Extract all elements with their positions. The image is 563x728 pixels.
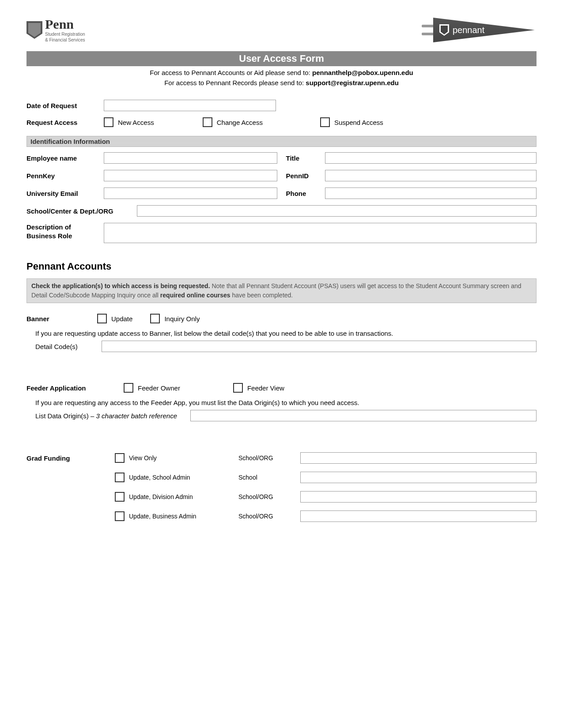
pennant-note: Check the application(s) to which access…: [26, 278, 537, 303]
detail-codes-label: Detail Code(s): [35, 343, 97, 350]
logo-penn-text: Penn: [45, 18, 85, 31]
grad-viewonly-label: View Only: [129, 454, 157, 462]
grad-viewonly-school-org-input[interactable]: [300, 452, 537, 464]
flag-text: pennant: [453, 25, 484, 35]
new-access-checkbox[interactable]: [104, 117, 113, 127]
flag-pole-icon: [422, 33, 435, 35]
feeder-view-checkbox[interactable]: [233, 383, 243, 393]
pennkey-label: PennKey: [26, 172, 99, 180]
employee-name-input[interactable]: [104, 152, 277, 164]
grad-funding-label: Grad Funding: [26, 454, 115, 462]
pennant-logo: pennant: [422, 18, 537, 42]
banner-instruction: If you are requesting update access to B…: [35, 330, 537, 337]
grad-update-business-checkbox[interactable]: [115, 511, 125, 521]
grad-business-school-org-input[interactable]: [300, 510, 537, 522]
employee-name-label: Employee name: [26, 154, 99, 162]
detail-codes-input[interactable]: [102, 341, 537, 352]
pennkey-input[interactable]: [104, 170, 277, 181]
banner-inquiry-label: Inquiry Only: [164, 315, 200, 323]
university-email-input[interactable]: [104, 188, 277, 199]
flag-pole-icon: [422, 25, 435, 27]
suspend-access-label: Suspend Access: [334, 119, 383, 126]
grad-update-division-checkbox[interactable]: [115, 492, 125, 502]
pennant-accounts-heading: Pennant Accounts: [26, 261, 537, 272]
shield-icon: [26, 21, 42, 39]
feeder-application-label: Feeder Application: [26, 384, 119, 392]
grad-school-label: School: [238, 474, 300, 481]
pennid-input[interactable]: [325, 170, 537, 181]
phone-input[interactable]: [325, 188, 537, 199]
intro-line-2: For access to Pennant Records please sen…: [26, 79, 537, 86]
penn-logo: Penn Student Registration & Financial Se…: [26, 18, 85, 42]
grad-update-school-label: Update, School Admin: [129, 474, 190, 481]
date-of-request-label: Date of Request: [26, 102, 99, 109]
feeder-owner-label: Feeder Owner: [138, 384, 180, 392]
grad-business-school-org-label: School/ORG: [238, 513, 300, 520]
new-access-label: New Access: [118, 119, 154, 126]
email-records: support@registrar.upenn.edu: [306, 79, 398, 86]
suspend-access-checkbox[interactable]: [320, 117, 330, 127]
grad-update-business-label: Update, Business Admin: [129, 513, 196, 520]
title-input[interactable]: [325, 152, 537, 164]
banner-update-checkbox[interactable]: [97, 314, 107, 323]
university-email-label: University Email: [26, 190, 99, 197]
data-origin-input[interactable]: [190, 410, 537, 421]
logo-sub2: & Financial Services: [45, 38, 85, 42]
banner-update-label: Update: [111, 315, 132, 323]
feeder-owner-checkbox[interactable]: [124, 383, 133, 393]
request-access-label: Request Access: [26, 119, 99, 126]
banner-inquiry-checkbox[interactable]: [150, 314, 160, 323]
school-center-label: School/Center & Dept./ORG: [26, 207, 132, 215]
header: Penn Student Registration & Financial Se…: [26, 18, 537, 42]
flag-shield-icon: [439, 24, 449, 36]
grad-division-school-org-input[interactable]: [300, 491, 537, 503]
school-center-input[interactable]: [137, 205, 537, 217]
intro-line-1: For access to Pennant Accounts or Aid pl…: [26, 69, 537, 76]
logo-sub1: Student Registration: [45, 32, 85, 37]
form-title: User Access Form: [26, 51, 537, 66]
grad-viewonly-school-org-label: School/ORG: [238, 454, 300, 462]
grad-school-input[interactable]: [300, 472, 537, 483]
business-role-label: Description of Business Role: [26, 223, 99, 240]
date-of-request-input[interactable]: [104, 100, 276, 111]
feeder-view-label: Feeder View: [247, 384, 284, 392]
phone-label: Phone: [286, 190, 321, 197]
change-access-label: Change Access: [217, 119, 263, 126]
banner-label: Banner: [26, 315, 93, 323]
identification-header: Identification Information: [26, 136, 537, 147]
data-origin-label: List Data Origin(s) – 3 character batch …: [35, 412, 177, 420]
pennant-flag-icon: pennant: [433, 18, 535, 42]
pennid-label: PennID: [286, 172, 321, 180]
grad-update-school-checkbox[interactable]: [115, 473, 125, 482]
business-role-input[interactable]: [104, 223, 537, 243]
email-accounts: pennanthelp@pobox.upenn.edu: [312, 69, 413, 76]
grad-viewonly-checkbox[interactable]: [115, 453, 125, 463]
feeder-instruction: If you are requesting any access to the …: [35, 399, 537, 406]
grad-division-school-org-label: School/ORG: [238, 493, 300, 500]
change-access-checkbox[interactable]: [203, 117, 212, 127]
title-label: Title: [286, 154, 321, 162]
grad-update-division-label: Update, Division Admin: [129, 493, 193, 500]
